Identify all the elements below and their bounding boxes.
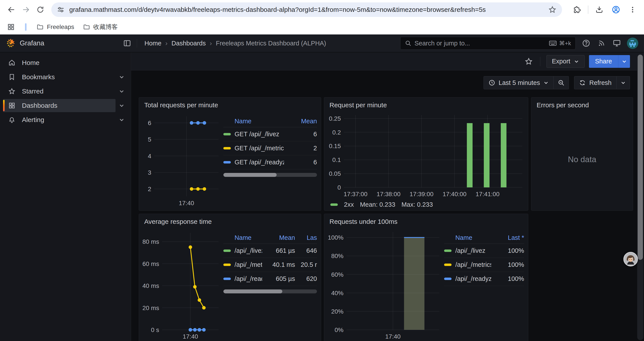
legend-row[interactable]: GET /api/_/readyz6 — [223, 155, 317, 169]
sidebar-item-home[interactable]: Home — [3, 56, 128, 69]
legend-series-name[interactable]: /api/_/readyz — [444, 275, 491, 282]
chart-total-requests-per-minute[interactable]: 6543217:40 — [142, 111, 221, 208]
legend-inline[interactable]: 2xxMean: 0.233Max: 0.233 — [327, 199, 525, 208]
news-rss-icon[interactable] — [597, 38, 606, 48]
browser-menu-icon[interactable] — [627, 4, 638, 15]
sidebar-item-bookmarks[interactable]: Bookmarks — [3, 71, 116, 84]
refresh-interval-toggle[interactable] — [616, 76, 630, 89]
star-dashboard-icon[interactable] — [524, 56, 534, 67]
legend-row[interactable]: /api/_/metrics100% — [444, 258, 524, 272]
legend-series-name[interactable]: /api/_/metrics — [444, 261, 491, 268]
back-icon[interactable] — [6, 4, 17, 15]
legend-series-name[interactable]: GET /api/_/livez — [223, 131, 284, 138]
search-shortcut: ⌘+k — [549, 40, 571, 47]
legend-row[interactable]: GET /api/_/metrics2 — [223, 141, 317, 155]
forward-icon[interactable] — [20, 4, 32, 15]
svg-text:0.05: 0.05 — [329, 170, 341, 177]
series-color-pill — [223, 133, 231, 135]
legend-series-name[interactable]: /api/_/readyz — [223, 275, 262, 282]
legend-row[interactable]: /api/_/readyz100% — [444, 272, 524, 286]
panel-title[interactable]: Errors per second — [531, 97, 633, 110]
export-button[interactable]: Export — [546, 55, 584, 68]
profile-icon[interactable] — [610, 4, 622, 15]
chevron-down-icon[interactable] — [116, 71, 128, 83]
legend-series-name[interactable]: /api/_/livez — [223, 247, 262, 254]
series-color-pill — [444, 249, 452, 252]
panel-title[interactable]: Total requests per minute — [139, 97, 321, 110]
browser-toolbar: grafana.mathmast.com/d/deytv4rwavabkb/fr… — [0, 0, 644, 19]
downloads-icon[interactable] — [594, 4, 605, 15]
search-input[interactable]: Search or jump to... ⌘+k — [400, 37, 576, 50]
url-text[interactable]: grafana.mathmast.com/d/deytv4rwavabkb/fr… — [69, 6, 545, 14]
legend-column-header[interactable]: Name — [223, 234, 262, 241]
chart-request-per-minute[interactable]: 0.250.20.150.10.05017:37:0017:38:0017:39… — [327, 111, 525, 199]
legend-row[interactable]: /api/_/readyz605 µs620 — [223, 272, 317, 286]
grafana-logo-icon[interactable] — [6, 38, 16, 48]
legend-scrollbar[interactable] — [223, 173, 317, 177]
chart-average-response-time[interactable]: 80 ms60 ms40 ms20 ms0 s17:40 — [142, 227, 221, 341]
panel-title[interactable]: Average response time — [139, 214, 321, 226]
panel-title[interactable]: Request per minute — [324, 97, 528, 110]
legend-series-name[interactable]: GET /api/_/readyz — [223, 159, 284, 166]
legend-column-header[interactable]: Mean — [262, 234, 295, 241]
zoom-out-time-button[interactable] — [554, 76, 569, 89]
legend-series-name[interactable]: /api/_/metrics — [223, 261, 262, 268]
series-label: /api/_/metrics — [234, 261, 262, 268]
breadcrumb-home[interactable]: Home — [144, 40, 161, 47]
chart-area[interactable]: 100%80%60%40%20%0%17:40 — [327, 227, 442, 341]
refresh-button[interactable]: Refresh — [574, 76, 616, 89]
legend-row[interactable]: /api/_/livez100% — [444, 244, 524, 258]
legend-scrollbar-thumb[interactable] — [223, 289, 282, 293]
legend-column-header[interactable]: Name — [223, 118, 284, 125]
legend-value: 6 — [284, 131, 317, 138]
breadcrumb-dashboards[interactable]: Dashboards — [172, 40, 206, 47]
kiosk-monitor-icon[interactable] — [612, 38, 622, 48]
apps-grid-icon[interactable] — [5, 21, 17, 33]
reload-icon[interactable] — [35, 4, 46, 15]
chevron-down-icon[interactable] — [116, 114, 128, 126]
bookmark-star-icon[interactable] — [548, 6, 556, 14]
series-label[interactable]: 2xx — [344, 201, 354, 208]
chevron-down-icon[interactable] — [116, 85, 128, 97]
legend-column-header[interactable]: Last * — [491, 234, 524, 241]
sidebar-item-alerting[interactable]: Alerting — [3, 113, 116, 126]
legend-column-header[interactable]: Mean — [284, 118, 317, 125]
bookmark-folder-blogs[interactable]: 收藏博客 — [79, 21, 122, 33]
panel-requests-under-100ms: Requests under 100ms100%80%60%40%20%0%17… — [324, 214, 528, 341]
chart-area[interactable]: 80 ms60 ms40 ms20 ms0 s17:40 — [142, 227, 221, 341]
legend-series-name[interactable]: /api/_/livez — [444, 247, 491, 254]
page-scrollbar-thumb[interactable] — [638, 55, 643, 260]
page-scrollbar[interactable] — [637, 54, 643, 340]
legend-column-header[interactable]: Name — [444, 234, 491, 241]
legend-requests-under-100ms: NameLast */api/_/livez100%/api/_/metrics… — [442, 227, 525, 341]
sidebar-item-starred[interactable]: Starred — [3, 85, 116, 98]
legend-value: 100% — [491, 275, 524, 282]
legend-scrollbar-thumb[interactable] — [223, 173, 277, 177]
legend-scrollbar[interactable] — [223, 289, 317, 293]
collapse-sidebar-icon[interactable] — [123, 39, 131, 47]
sidebar-item-dashboards[interactable]: Dashboards — [3, 99, 116, 112]
user-avatar[interactable] — [627, 38, 638, 49]
legend-row[interactable]: /api/_/livez661 µs646 — [223, 244, 317, 258]
screenshot-root: grafana.mathmast.com/d/deytv4rwavabkb/fr… — [0, 0, 644, 341]
chart-area[interactable]: 6543217:40 — [142, 111, 221, 208]
assistant-avatar-widget[interactable] — [624, 252, 638, 266]
share-button[interactable]: Share — [589, 55, 618, 68]
legend-row[interactable]: GET /api/_/livez6 — [223, 127, 317, 141]
bookmark-folder-freeleaps[interactable]: Freeleaps — [32, 21, 79, 33]
chart-requests-under-100ms[interactable]: 100%80%60%40%20%0%17:40 — [327, 227, 442, 341]
chevron-down-icon[interactable] — [116, 99, 128, 112]
extensions-icon[interactable] — [571, 4, 582, 15]
share-menu-toggle[interactable] — [618, 55, 630, 68]
chart-area[interactable]: 0.250.20.150.10.05017:37:0017:38:0017:39… — [327, 111, 525, 199]
panel-title[interactable]: Requests under 100ms — [324, 214, 528, 226]
svg-text:60 ms: 60 ms — [142, 260, 159, 267]
panel-request-per-minute: Request per minute0.250.20.150.10.05017:… — [324, 97, 528, 211]
legend-column-header[interactable]: Las — [295, 234, 317, 241]
legend-row[interactable]: /api/_/metrics40.1 ms20.5 r — [223, 258, 317, 272]
site-settings-icon[interactable] — [57, 6, 64, 14]
url-bar[interactable]: grafana.mathmast.com/d/deytv4rwavabkb/fr… — [51, 3, 562, 17]
help-icon[interactable] — [581, 38, 591, 48]
time-range-picker[interactable]: Last 5 minutes — [484, 76, 554, 89]
legend-series-name[interactable]: GET /api/_/metrics — [223, 145, 284, 152]
